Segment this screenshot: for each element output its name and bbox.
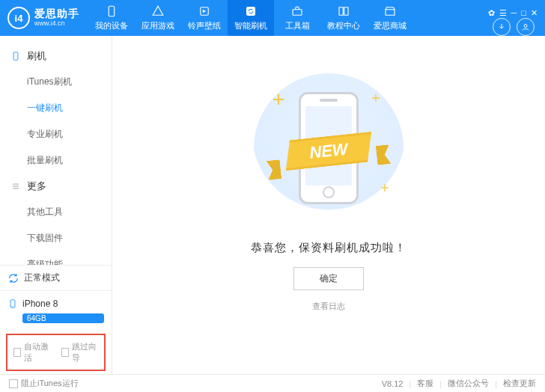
skin-icon[interactable]: ☰ (499, 8, 507, 18)
support-link[interactable]: 客服 (417, 378, 433, 389)
block-itunes-checkbox[interactable]: 阻止iTunes运行 (9, 378, 79, 389)
nav-flash[interactable]: 智能刷机 (228, 0, 274, 36)
nav-ringtones[interactable]: 铃声壁纸 (181, 0, 228, 36)
titlebar-actions (482, 18, 545, 36)
phone-icon (105, 4, 118, 18)
check-label: 自动激活 (24, 341, 50, 364)
nav-label: 智能刷机 (234, 20, 267, 31)
sidebar-group-more[interactable]: 更多 (0, 174, 112, 199)
svg-rect-0 (109, 6, 115, 16)
version-label: V8.12 (382, 379, 404, 388)
app-title: 爱思助手 (34, 8, 79, 19)
nav-apps[interactable]: 应用游戏 (135, 0, 181, 36)
sidebar-item-pro-flash[interactable]: 专业刷机 (0, 121, 112, 147)
svg-rect-5 (13, 52, 18, 61)
list-icon (10, 181, 21, 192)
svg-rect-3 (293, 10, 302, 16)
download-button[interactable] (493, 18, 511, 36)
sidebar-item-advanced[interactable]: 高级功能 (0, 251, 112, 265)
main-content: NEW 恭喜您，保资料刷机成功啦！ 确定 查看日志 (112, 36, 545, 374)
close-button[interactable]: ✕ (531, 8, 538, 18)
titlebar: i4 爱思助手 www.i4.cn 我的设备 应用游戏 铃声壁纸 智能刷机 工具… (0, 0, 545, 36)
phone-icon (7, 297, 18, 310)
sidebar-item-download-firmware[interactable]: 下载固件 (0, 225, 112, 251)
success-illustration: NEW (254, 73, 404, 223)
skip-wizard-checkbox[interactable]: 跳过向导 (61, 341, 99, 364)
check-label: 跳过向导 (72, 341, 98, 364)
nav-tutorials[interactable]: 教程中心 (320, 0, 367, 36)
sparkle-icon (273, 94, 284, 105)
group-title: 更多 (27, 180, 46, 193)
nav-label: 我的设备 (95, 20, 128, 31)
svg-point-4 (524, 25, 527, 28)
storage-badge: 64GB (22, 313, 104, 323)
ok-button[interactable]: 确定 (293, 267, 364, 290)
nav-label: 应用游戏 (141, 20, 174, 31)
sidebar-item-itunes-flash[interactable]: iTunes刷机 (0, 69, 112, 95)
sidebar-group-flash[interactable]: 刷机 (0, 43, 112, 69)
divider: | (495, 379, 497, 388)
sidebar-item-batch-flash[interactable]: 批量刷机 (0, 147, 112, 174)
nav-label: 铃声壁纸 (188, 20, 221, 31)
minimize-button[interactable]: ─ (511, 8, 517, 17)
apps-icon (151, 4, 165, 18)
refresh-icon (244, 4, 258, 18)
sidebar: 刷机 iTunes刷机 一键刷机 专业刷机 批量刷机 更多 其他工具 下载固件 … (0, 36, 112, 374)
book-icon (337, 4, 350, 18)
sidebar-item-other-tools[interactable]: 其他工具 (0, 199, 112, 225)
phone-icon (10, 51, 21, 61)
settings-icon[interactable]: ✿ (488, 8, 495, 18)
nav-label: 爱思商城 (374, 20, 407, 31)
refresh-icon (7, 272, 19, 284)
new-ribbon: NEW (283, 132, 375, 171)
bottom-checks: 自动激活 跳过向导 (6, 334, 106, 371)
nav-my-device[interactable]: 我的设备 (88, 0, 135, 36)
ribbon-tail (267, 159, 282, 180)
nav-label: 教程中心 (327, 20, 360, 31)
svg-point-7 (12, 306, 13, 307)
user-button[interactable] (517, 18, 535, 36)
group-title: 刷机 (27, 49, 46, 63)
ribbon-tail (376, 144, 392, 165)
sidebar-item-oneclick-flash[interactable]: 一键刷机 (0, 95, 112, 121)
svg-rect-2 (246, 7, 255, 16)
divider: | (439, 379, 442, 388)
store-icon (383, 4, 397, 18)
mode-indicator[interactable]: 正常模式 (0, 265, 112, 290)
check-label: 阻止iTunes运行 (21, 378, 79, 389)
toolbox-icon (290, 4, 304, 18)
wechat-link[interactable]: 微信公众号 (448, 378, 489, 389)
mode-label: 正常模式 (24, 272, 60, 284)
maximize-button[interactable]: □ (521, 8, 526, 17)
check-update-link[interactable]: 检查更新 (503, 378, 536, 389)
media-icon (198, 4, 211, 18)
top-nav: 我的设备 应用游戏 铃声壁纸 智能刷机 工具箱 教程中心 爱思商城 (88, 0, 481, 36)
device-name: iPhone 8 (22, 298, 58, 309)
logo-badge: i4 (7, 7, 30, 29)
view-log-link[interactable]: 查看日志 (312, 301, 345, 312)
app-logo: i4 爱思助手 www.i4.cn (0, 7, 88, 29)
statusbar: 阻止iTunes运行 V8.12 | 客服 | 微信公众号 | 检查更新 (0, 374, 545, 392)
device-indicator[interactable]: iPhone 8 64GB (0, 290, 112, 329)
success-message: 恭喜您，保资料刷机成功啦！ (251, 241, 407, 255)
divider: | (409, 379, 411, 388)
auto-activate-checkbox[interactable]: 自动激活 (13, 341, 51, 364)
sparkle-icon (372, 94, 380, 102)
app-url: www.i4.cn (34, 20, 79, 28)
nav-toolbox[interactable]: 工具箱 (274, 0, 320, 36)
sparkle-icon (381, 184, 389, 192)
nav-store[interactable]: 爱思商城 (367, 0, 413, 36)
nav-label: 工具箱 (285, 20, 310, 31)
